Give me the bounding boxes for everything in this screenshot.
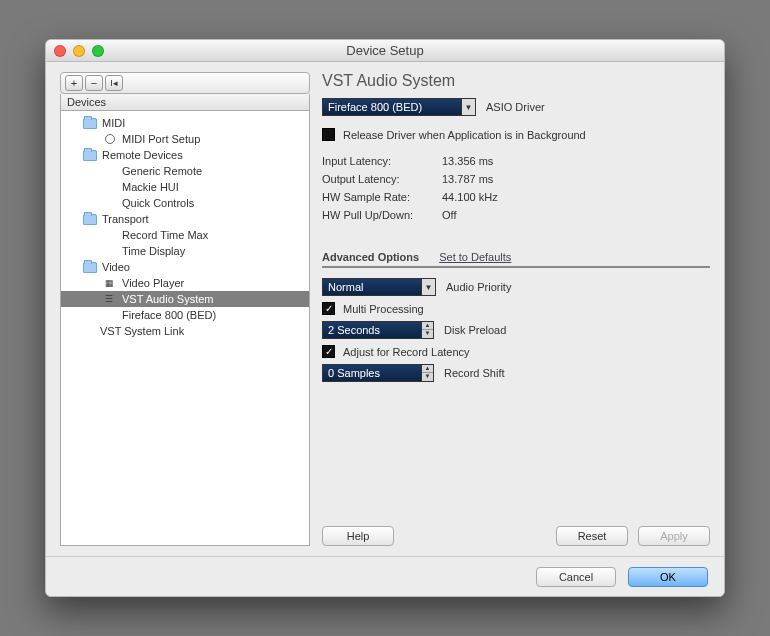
panel-buttons: Help Reset Apply [322,514,710,546]
tree-item-label: Quick Controls [122,197,194,209]
audio-priority-label: Audio Priority [446,281,511,293]
tree-item-label: VST Audio System [122,293,214,305]
audio-icon: ☰ [105,294,117,304]
input-latency-value: 13.356 ms [442,155,493,167]
devices-header: Devices [60,94,310,111]
video-icon: ▦ [105,278,117,288]
port-icon [105,134,117,144]
dropdown-arrow-icon[interactable]: ▼ [462,98,476,116]
asio-driver-label: ASIO Driver [486,101,545,113]
multi-processing-checkbox[interactable]: ✓ [322,302,335,315]
tree-item-label: Video Player [122,277,184,289]
devices-tree[interactable]: MIDIMIDI Port SetupRemote DevicesGeneric… [60,111,310,546]
tree-item-label: Generic Remote [122,165,202,177]
advanced-options-header: Advanced Options Set to Defaults [322,251,710,268]
stepper-up-icon[interactable]: ▲ [422,365,433,373]
tree-item[interactable]: ▦Video Player [61,275,309,291]
hw-sample-rate-value: 44.100 kHz [442,191,498,203]
audio-priority-value: Normal [328,281,363,293]
tree-item-label: Mackie HUI [122,181,179,193]
tree-item-label: VST System Link [100,325,184,337]
tree-item[interactable]: VST System Link [61,323,309,339]
window-title: Device Setup [46,43,724,58]
devices-pane: + − I◂ Devices MIDIMIDI Port SetupRemote… [60,72,310,546]
panel-title: VST Audio System [322,72,710,90]
tree-item-label: Remote Devices [102,149,183,161]
record-shift-value: 0 Samples [328,367,380,379]
remove-device-button[interactable]: − [85,75,103,91]
stepper-up-icon[interactable]: ▲ [422,322,433,330]
devices-toolbar: + − I◂ [60,72,310,94]
tree-item[interactable]: Video [61,259,309,275]
tree-item-label: Video [102,261,130,273]
tree-item[interactable]: ☰VST Audio System [61,291,309,307]
latency-info: Input Latency:13.356 ms Output Latency:1… [322,155,710,227]
disk-preload-label: Disk Preload [444,324,506,336]
tree-item-label: MIDI [102,117,125,129]
tree-item[interactable]: Transport [61,211,309,227]
record-shift-stepper[interactable]: ▲▼ [422,364,434,382]
tree-item-label: Record Time Max [122,229,208,241]
reset-device-button[interactable]: I◂ [105,75,123,91]
settings-panel: VST Audio System Fireface 800 (BED) ▼ AS… [322,72,710,546]
hw-pull-value: Off [442,209,456,221]
folder-icon [83,214,97,225]
reset-button[interactable]: Reset [556,526,628,546]
record-shift-field[interactable]: 0 Samples [322,364,422,382]
folder-icon [83,150,97,161]
asio-driver-value: Fireface 800 (BED) [328,101,422,113]
tree-item-label: MIDI Port Setup [122,133,200,145]
set-to-defaults-link[interactable]: Set to Defaults [439,251,511,263]
tree-item[interactable]: Generic Remote [61,163,309,179]
tree-item[interactable]: Record Time Max [61,227,309,243]
input-latency-label: Input Latency: [322,155,442,167]
asio-driver-select[interactable]: Fireface 800 (BED) [322,98,462,116]
record-shift-row: 0 Samples ▲▼ Record Shift [322,364,710,382]
disk-preload-value: 2 Seconds [328,324,380,336]
content-area: + − I◂ Devices MIDIMIDI Port SetupRemote… [46,62,724,556]
tree-item[interactable]: MIDI Port Setup [61,131,309,147]
tree-item-label: Fireface 800 (BED) [122,309,216,321]
tree-item[interactable]: Mackie HUI [61,179,309,195]
device-setup-window: Device Setup + − I◂ Devices MIDIMIDI Por… [45,39,725,597]
tree-item[interactable]: Time Display [61,243,309,259]
release-driver-checkbox[interactable] [322,128,335,141]
disk-preload-stepper[interactable]: ▲▼ [422,321,434,339]
tree-item[interactable]: Remote Devices [61,147,309,163]
adjust-record-label: Adjust for Record Latency [343,346,470,358]
tree-item-label: Transport [102,213,149,225]
hw-pull-label: HW Pull Up/Down: [322,209,442,221]
disk-preload-row: 2 Seconds ▲▼ Disk Preload [322,321,710,339]
titlebar[interactable]: Device Setup [46,40,724,62]
cancel-button[interactable]: Cancel [536,567,616,587]
add-device-button[interactable]: + [65,75,83,91]
release-driver-label: Release Driver when Application is in Ba… [343,129,586,141]
apply-button[interactable]: Apply [638,526,710,546]
help-button[interactable]: Help [322,526,394,546]
stepper-down-icon[interactable]: ▼ [422,373,433,381]
multi-processing-row: ✓ Multi Processing [322,302,710,315]
adjust-record-checkbox[interactable]: ✓ [322,345,335,358]
hw-sample-rate-label: HW Sample Rate: [322,191,442,203]
tree-item[interactable]: MIDI [61,115,309,131]
asio-driver-row: Fireface 800 (BED) ▼ ASIO Driver [322,98,710,116]
tree-item[interactable]: Quick Controls [61,195,309,211]
dropdown-arrow-icon[interactable]: ▼ [422,278,436,296]
tree-item[interactable]: Fireface 800 (BED) [61,307,309,323]
folder-icon [83,118,97,129]
dialog-footer: Cancel OK [46,556,724,596]
stepper-down-icon[interactable]: ▼ [422,330,433,338]
multi-processing-label: Multi Processing [343,303,424,315]
output-latency-label: Output Latency: [322,173,442,185]
output-latency-value: 13.787 ms [442,173,493,185]
ok-button[interactable]: OK [628,567,708,587]
adjust-record-row: ✓ Adjust for Record Latency [322,345,710,358]
record-shift-label: Record Shift [444,367,505,379]
audio-priority-select[interactable]: Normal [322,278,422,296]
advanced-options-title: Advanced Options [322,251,419,263]
tree-item-label: Time Display [122,245,185,257]
folder-icon [83,262,97,273]
audio-priority-row: Normal ▼ Audio Priority [322,278,710,296]
disk-preload-field[interactable]: 2 Seconds [322,321,422,339]
release-driver-row: Release Driver when Application is in Ba… [322,128,710,141]
